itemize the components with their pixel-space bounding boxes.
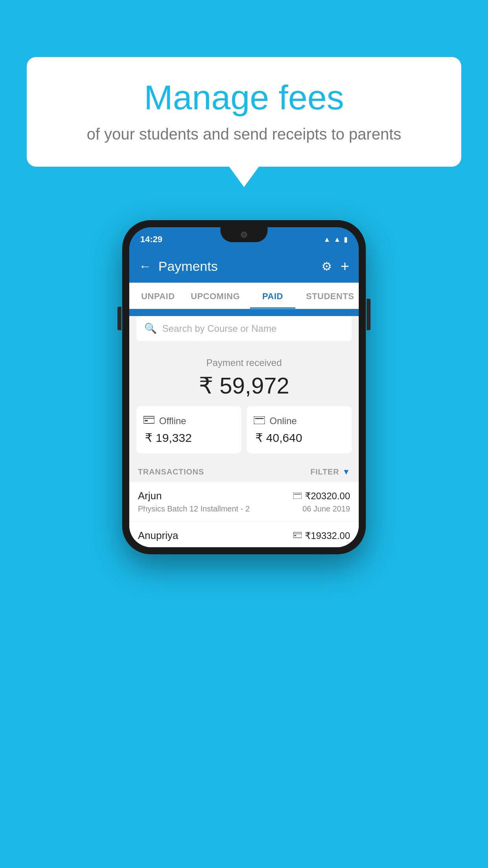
transaction-payment-icon xyxy=(293,491,302,501)
partial-amount-wrap: ₹19332.00 xyxy=(293,530,350,541)
offline-card-header: Offline xyxy=(143,415,234,427)
speech-bubble: Manage fees of your students and send re… xyxy=(27,57,461,167)
transaction-amount: ₹20320.00 xyxy=(305,491,350,502)
tab-students[interactable]: STUDENTS xyxy=(301,283,359,309)
header-right: ⚙ + xyxy=(321,258,349,275)
online-type-label: Online xyxy=(270,416,297,427)
payment-received-label: Payment received xyxy=(136,357,352,368)
payment-total-amount: ₹ 59,972 xyxy=(136,372,352,399)
online-amount: ₹ 40,640 xyxy=(254,431,345,445)
transaction-amount-wrap: ₹20320.00 xyxy=(293,491,350,502)
status-bar: 14:29 ▲ ▲ ▮ xyxy=(129,227,359,252)
search-bar[interactable]: 🔍 Search by Course or Name xyxy=(136,316,352,341)
offline-card: Offline ₹ 19,332 xyxy=(136,406,241,453)
battery-icon: ▮ xyxy=(344,235,348,244)
payment-summary: Payment received ₹ 59,972 xyxy=(129,346,359,406)
svg-rect-6 xyxy=(294,494,301,495)
filter-label: FILTER xyxy=(310,467,339,476)
svg-rect-9 xyxy=(294,535,296,536)
filter-area[interactable]: FILTER ▼ xyxy=(310,467,350,476)
partial-amount: ₹19332.00 xyxy=(305,530,350,541)
transaction-date: 06 June 2019 xyxy=(303,504,350,513)
status-icons: ▲ ▲ ▮ xyxy=(323,235,348,244)
app-header: ← Payments ⚙ + xyxy=(129,252,359,283)
notch xyxy=(220,227,268,242)
phone-frame: 14:29 ▲ ▲ ▮ ← Payments xyxy=(122,220,366,554)
app-content: 🔍 Search by Course or Name Payment recei… xyxy=(129,316,359,547)
back-button[interactable]: ← xyxy=(139,259,151,274)
partial-top: Anupriya ₹19332.00 xyxy=(138,530,350,542)
search-icon: 🔍 xyxy=(144,322,157,335)
offline-card-icon xyxy=(143,415,154,427)
tab-unpaid[interactable]: UNPAID xyxy=(129,283,187,309)
transaction-row[interactable]: Arjun ₹20320.00 xyxy=(129,482,359,522)
transaction-row-partial[interactable]: Anupriya ₹19332.00 xyxy=(129,522,359,547)
status-time: 14:29 xyxy=(140,234,162,245)
svg-rect-4 xyxy=(255,418,264,419)
transaction-name: Arjun xyxy=(138,490,162,502)
transactions-header: TRANSACTIONS FILTER ▼ xyxy=(129,460,359,482)
transaction-top: Arjun ₹20320.00 xyxy=(138,490,350,502)
search-placeholder: Search by Course or Name xyxy=(162,323,277,334)
settings-icon[interactable]: ⚙ xyxy=(321,259,332,273)
header-left: ← Payments xyxy=(139,259,218,274)
camera xyxy=(241,232,247,238)
speech-bubble-container: Manage fees of your students and send re… xyxy=(27,57,461,167)
tabs-container: UNPAID UPCOMING PAID STUDENTS xyxy=(129,283,359,309)
header-title: Payments xyxy=(158,259,218,274)
bubble-subtitle: of your students and send receipts to pa… xyxy=(50,125,438,143)
tab-upcoming[interactable]: UPCOMING xyxy=(187,283,244,309)
wifi-icon: ▲ xyxy=(323,235,330,244)
add-icon[interactable]: + xyxy=(341,258,349,275)
online-card: Online ₹ 40,640 xyxy=(247,406,352,453)
offline-type-label: Offline xyxy=(159,416,186,427)
offline-amount: ₹ 19,332 xyxy=(143,431,234,445)
partial-name: Anupriya xyxy=(138,530,178,542)
online-card-icon xyxy=(254,415,265,427)
transaction-bottom: Physics Batch 12 Installment - 2 06 June… xyxy=(138,504,350,513)
signal-icon: ▲ xyxy=(334,235,341,244)
tab-paid[interactable]: PAID xyxy=(244,283,301,309)
phone-frame-wrapper: 14:29 ▲ ▲ ▮ ← Payments xyxy=(122,220,366,554)
filter-icon: ▼ xyxy=(342,467,350,476)
svg-rect-3 xyxy=(254,416,265,424)
transactions-label: TRANSACTIONS xyxy=(138,467,204,476)
phone-screen: 14:29 ▲ ▲ ▮ ← Payments xyxy=(129,227,359,547)
bubble-title: Manage fees xyxy=(50,79,438,117)
payment-cards: Offline ₹ 19,332 xyxy=(129,406,359,460)
online-card-header: Online xyxy=(254,415,345,427)
svg-rect-2 xyxy=(145,420,148,421)
svg-rect-5 xyxy=(293,493,302,499)
background: Manage fees of your students and send re… xyxy=(0,0,488,868)
partial-payment-icon xyxy=(293,531,302,541)
transaction-course: Physics Batch 12 Installment - 2 xyxy=(138,504,250,513)
